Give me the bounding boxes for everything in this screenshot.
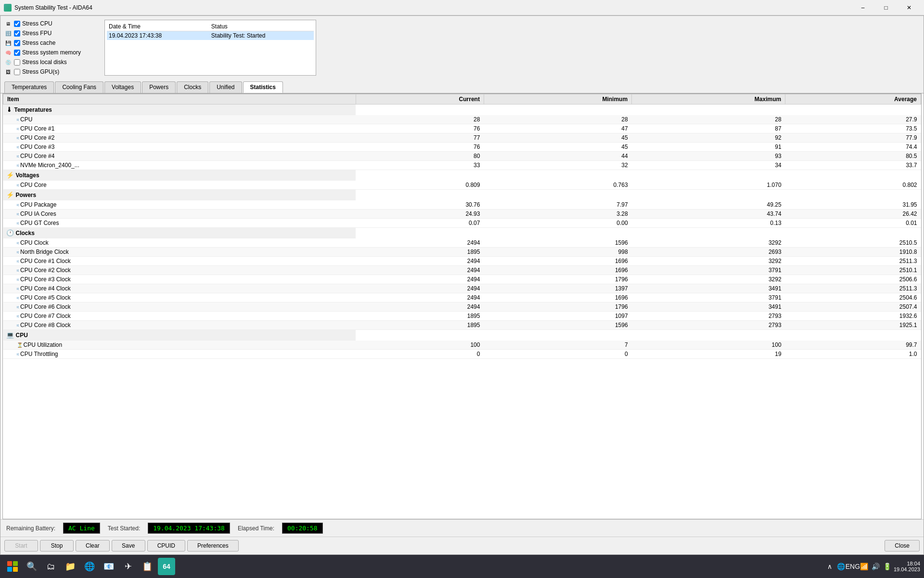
stress-gpus-checkbox[interactable] <box>14 69 20 75</box>
data-row-icon: ≈ <box>17 286 20 291</box>
row-current: 0.07 <box>356 219 484 228</box>
table-row: ≈NVMe Micron_2400_... 33 32 34 33.7 <box>3 161 921 170</box>
stress-sysmem-checkbox[interactable] <box>14 50 20 56</box>
row-maximum: 3491 <box>632 284 785 293</box>
statistics-data-area[interactable]: Item Current Minimum Maximum Average 🌡Te… <box>2 93 922 519</box>
log-row: 19.04.2023 17:43:38 Stability Test: Star… <box>107 31 314 40</box>
start-menu-button[interactable] <box>4 558 21 575</box>
task-view-icon[interactable]: 🗂 <box>42 558 60 575</box>
row-average: 2511.3 <box>785 257 921 266</box>
stress-cpu-checkbox[interactable] <box>14 21 20 27</box>
aida64-taskbar-icon[interactable]: 64 <box>158 558 175 575</box>
log-datetime: 19.04.2023 17:43:38 <box>107 31 209 40</box>
row-average: 73.5 <box>785 124 921 133</box>
data-row-icon: ≈ <box>17 202 20 208</box>
table-row: ≈CPU Package 30.76 7.97 49.25 31.95 <box>3 200 921 210</box>
main-window: 🖥 Stress CPU 🔢 Stress FPU 💾 Stress cache… <box>0 15 924 555</box>
row-minimum: 1397 <box>484 284 631 293</box>
stress-cpu-option[interactable]: 🖥 Stress CPU <box>4 20 101 27</box>
row-item: ≈CPU Core #1 Clock <box>3 257 356 266</box>
maximize-button[interactable]: □ <box>875 0 897 15</box>
row-minimum: 0.763 <box>484 181 631 190</box>
row-item: ≈CPU Core <box>3 181 356 190</box>
row-current: 76 <box>356 124 484 133</box>
file-explorer-icon[interactable]: 📁 <box>62 558 79 575</box>
row-minimum: 45 <box>484 143 631 152</box>
row-minimum: 47 <box>484 124 631 133</box>
tab-clocks[interactable]: Clocks <box>177 81 208 93</box>
data-row-icon: ≈ <box>17 154 20 159</box>
stress-fpu-checkbox[interactable] <box>14 30 20 37</box>
stress-gpus-option[interactable]: 🖼 Stress GPU(s) <box>4 68 101 76</box>
start-button[interactable]: Start <box>4 540 38 552</box>
stop-button[interactable]: Stop <box>40 540 74 552</box>
stress-localdisks-checkbox[interactable] <box>14 59 20 66</box>
row-current: 1895 <box>356 248 484 257</box>
section-header-voltages: ⚡Voltages <box>3 170 921 181</box>
data-row-icon: ≈ <box>17 126 20 131</box>
chevron-up-tray-icon[interactable]: ∧ <box>825 562 834 571</box>
row-item: ≈CPU Core #5 Clock <box>3 293 356 302</box>
taskbar-clock[interactable]: 18:04 19.04.2023 <box>894 561 920 572</box>
row-minimum: 1596 <box>484 321 631 330</box>
preferences-button[interactable]: Preferences <box>187 540 239 552</box>
tab-temperatures[interactable]: Temperatures <box>4 81 54 93</box>
stress-localdisks-option[interactable]: 💿 Stress local disks <box>4 58 101 66</box>
row-minimum: 7.97 <box>484 200 631 210</box>
tab-voltages[interactable]: Voltages <box>104 81 141 93</box>
section-header-temperatures: 🌡Temperatures <box>3 105 921 116</box>
row-average: 2506.6 <box>785 275 921 284</box>
battery-tray-icon[interactable]: 🔋 <box>883 562 892 571</box>
tab-statistics[interactable]: Statistics <box>243 81 283 93</box>
close-button[interactable]: Close <box>885 540 920 552</box>
log-header-status: Status <box>209 22 314 31</box>
col-maximum: Maximum <box>632 94 785 105</box>
stress-cache-checkbox[interactable] <box>14 40 20 46</box>
table-row: ≈CPU Core #5 Clock 2494 1696 3791 2504.6 <box>3 293 921 302</box>
network-tray-icon[interactable]: 🌐 <box>837 562 846 571</box>
row-current: 0 <box>356 350 484 359</box>
taskbar-time: 18:04 <box>894 561 920 566</box>
row-maximum: 43.74 <box>632 210 785 219</box>
lang-tray-label[interactable]: ENG <box>848 562 857 571</box>
search-taskbar-icon[interactable]: 🔍 <box>23 558 40 575</box>
table-row: ≈CPU Core #3 76 45 91 74.4 <box>3 143 921 152</box>
data-row-icon: ≈ <box>17 135 20 141</box>
log-table: Date & Time Status 19.04.2023 17:43:38 S… <box>107 22 314 40</box>
row-average: 1925.1 <box>785 321 921 330</box>
wifi-tray-icon[interactable]: 📶 <box>860 562 869 571</box>
row-current: 76 <box>356 143 484 152</box>
row-minimum: 0.00 <box>484 219 631 228</box>
window-title: System Stability Test - AIDA64 <box>14 4 852 11</box>
browser-icon[interactable]: 🌐 <box>81 558 98 575</box>
save-button[interactable]: Save <box>112 540 145 552</box>
row-maximum: 3791 <box>632 293 785 302</box>
table-row: ≈CPU Core #2 77 45 92 77.9 <box>3 133 921 143</box>
cpuid-button[interactable]: CPUID <box>147 540 185 552</box>
volume-tray-icon[interactable]: 🔊 <box>872 562 880 571</box>
sysmem-stress-icon: 🧠 <box>4 49 12 56</box>
telegram-icon[interactable]: ✈ <box>119 558 137 575</box>
stress-sysmem-option[interactable]: 🧠 Stress system memory <box>4 49 101 56</box>
tab-powers[interactable]: Powers <box>142 81 176 93</box>
row-average: 2510.1 <box>785 266 921 275</box>
tab-cooling-fans[interactable]: Cooling Fans <box>55 81 103 93</box>
data-row-icon: ≈ <box>17 323 20 328</box>
notes-icon[interactable]: 📋 <box>139 558 156 575</box>
row-current: 1895 <box>356 312 484 321</box>
close-window-button[interactable]: ✕ <box>898 0 920 15</box>
minimize-button[interactable]: – <box>852 0 874 15</box>
row-maximum: 1.070 <box>632 181 785 190</box>
stress-cache-option[interactable]: 💾 Stress cache <box>4 39 101 47</box>
data-row-icon: ≈ <box>17 304 20 310</box>
clear-button[interactable]: Clear <box>76 540 110 552</box>
row-current: 24.93 <box>356 210 484 219</box>
row-maximum: 34 <box>632 161 785 170</box>
col-item: Item <box>3 94 356 105</box>
stress-fpu-option[interactable]: 🔢 Stress FPU <box>4 29 101 37</box>
tab-unified[interactable]: Unified <box>209 81 242 93</box>
row-maximum: 3292 <box>632 275 785 284</box>
mail-icon[interactable]: 📧 <box>100 558 117 575</box>
row-maximum: 3292 <box>632 257 785 266</box>
row-current: 2494 <box>356 293 484 302</box>
